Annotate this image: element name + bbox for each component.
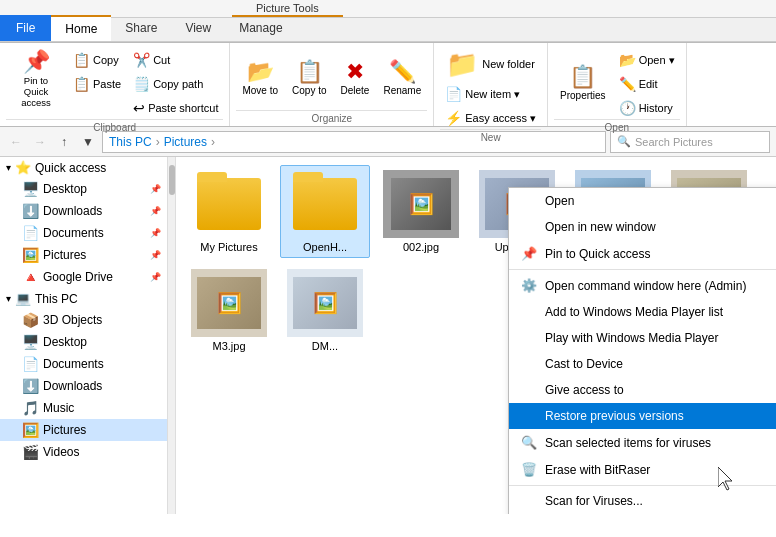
ctx-separator2 bbox=[509, 485, 776, 486]
sidebar-item-3dobjects[interactable]: 📦 3D Objects bbox=[0, 309, 167, 331]
ctx-cmd-admin[interactable]: ⚙️ Open command window here (Admin) bbox=[509, 272, 776, 299]
quickaccess-chevron: ▾ bbox=[6, 162, 11, 173]
sidebar-item-downloads-pc[interactable]: ⬇️ Downloads bbox=[0, 375, 167, 397]
sidebar-label: Desktop bbox=[43, 335, 87, 349]
paste-icon: 📋 bbox=[73, 76, 90, 92]
sidebar-item-videos[interactable]: 🎬 Videos bbox=[0, 441, 167, 463]
easy-access-label: Easy access ▾ bbox=[465, 112, 536, 125]
ctx-scan-label: Scan selected items for viruses bbox=[545, 436, 711, 450]
file-item-002[interactable]: 🖼️ 002.jpg bbox=[376, 165, 466, 258]
file-item-m3[interactable]: 🖼️ M3.jpg bbox=[184, 264, 274, 357]
ctx-open-new-label: Open in new window bbox=[545, 220, 656, 234]
edit-button[interactable]: ✏️ Edit bbox=[614, 73, 680, 95]
breadcrumb-pictures[interactable]: Pictures bbox=[164, 135, 207, 149]
pin-label: Pin to Quick access bbox=[12, 75, 60, 108]
sidebar-item-music[interactable]: 🎵 Music bbox=[0, 397, 167, 419]
ctx-scan-for-viruses[interactable]: Scan for Viruses... bbox=[509, 488, 776, 514]
sidebar-item-pictures-pc[interactable]: 🖼️ Pictures bbox=[0, 419, 167, 441]
paste-label: Paste bbox=[93, 78, 121, 90]
pin-quick-access-button[interactable]: 📌 Pin to Quick access bbox=[6, 47, 66, 112]
sidebar-item-documents-qa[interactable]: 📄 Documents 📌 bbox=[0, 222, 167, 244]
copy-to-label: Copy to bbox=[292, 85, 326, 96]
sidebar-label: Documents bbox=[43, 357, 104, 371]
sidebar-thispc-header[interactable]: ▾ 💻 This PC bbox=[0, 288, 167, 309]
music-icon: 🎵 bbox=[22, 400, 39, 416]
ctx-scan-icon: 🔍 bbox=[521, 435, 537, 450]
sidebar-item-desktop-pc[interactable]: 🖥️ Desktop bbox=[0, 331, 167, 353]
sidebar-quickaccess-header[interactable]: ▾ ⭐ Quick access bbox=[0, 157, 167, 178]
copy-button[interactable]: 📋 Copy bbox=[68, 49, 126, 71]
tab-manage[interactable]: Manage bbox=[225, 15, 296, 41]
rename-icon: ✏️ bbox=[389, 61, 416, 83]
paste-shortcut-icon: ↩ bbox=[133, 100, 145, 116]
file-item-mypictures[interactable]: My Pictures bbox=[184, 165, 274, 258]
properties-button[interactable]: 📋 Properties bbox=[554, 62, 612, 105]
cut-icon: ✂️ bbox=[133, 52, 150, 68]
edit-icon: ✏️ bbox=[619, 76, 636, 92]
sidebar-item-googledrive-qa[interactable]: 🔺 Google Drive 📌 bbox=[0, 266, 167, 288]
copy-to-button[interactable]: 📋 Copy to bbox=[286, 57, 332, 100]
ctx-cast-label: Cast to Device bbox=[545, 357, 623, 371]
tab-view[interactable]: View bbox=[171, 15, 225, 41]
copy-path-button[interactable]: 🗒️ Copy path bbox=[128, 73, 223, 95]
ctx-play-media-player[interactable]: Play with Windows Media Player bbox=[509, 325, 776, 351]
rename-label: Rename bbox=[383, 85, 421, 96]
ctx-pin-quick[interactable]: 📌 Pin to Quick access bbox=[509, 240, 776, 267]
ctx-erase-bitraser[interactable]: 🗑️ Erase with BitRaser bbox=[509, 456, 776, 483]
move-to-button[interactable]: 📂 Move to bbox=[236, 57, 284, 100]
ctx-give-access[interactable]: Give access to ► bbox=[509, 377, 776, 403]
new-folder-button[interactable]: 📁 New folder bbox=[440, 47, 541, 81]
paste-shortcut-button[interactable]: ↩ Paste shortcut bbox=[128, 97, 223, 119]
sidebar-label: Google Drive bbox=[43, 270, 113, 284]
copy-icon: 📋 bbox=[73, 52, 90, 68]
move-to-label: Move to bbox=[242, 85, 278, 96]
rename-button[interactable]: ✏️ Rename bbox=[377, 57, 427, 100]
pin-indicator: 📌 bbox=[150, 250, 161, 260]
cut-button[interactable]: ✂️ Cut bbox=[128, 49, 223, 71]
copy-path-label: Copy path bbox=[153, 78, 203, 90]
copy-label: Copy bbox=[93, 54, 119, 66]
easy-access-icon: ⚡ bbox=[445, 110, 462, 126]
copy-to-icon: 📋 bbox=[296, 61, 323, 83]
easy-access-button[interactable]: ⚡ Easy access ▾ bbox=[440, 107, 541, 129]
thispc-chevron: ▾ bbox=[6, 293, 11, 304]
ctx-add-media-player[interactable]: Add to Windows Media Player list bbox=[509, 299, 776, 325]
new-folder-icon: 📁 bbox=[446, 51, 478, 77]
ctx-restore-versions[interactable]: Restore previous versions bbox=[509, 403, 776, 429]
ctx-open-new-window[interactable]: Open in new window bbox=[509, 214, 776, 240]
open-label: Open ▾ bbox=[639, 54, 675, 67]
open-button[interactable]: 📂 Open ▾ bbox=[614, 49, 680, 71]
sidebar-label: Desktop bbox=[43, 182, 87, 196]
edit-label: Edit bbox=[639, 78, 658, 90]
file-item-openh[interactable]: OpenH... bbox=[280, 165, 370, 258]
ctx-separator1 bbox=[509, 269, 776, 270]
videos-icon: 🎬 bbox=[22, 444, 39, 460]
downloads-pc-icon: ⬇️ bbox=[22, 378, 39, 394]
new-item-icon: 📄 bbox=[445, 86, 462, 102]
ctx-open[interactable]: Open bbox=[509, 188, 776, 214]
paste-button[interactable]: 📋 Paste bbox=[68, 73, 126, 95]
new-item-button[interactable]: 📄 New item ▾ bbox=[440, 83, 525, 105]
sidebar-item-desktop-qa[interactable]: 🖥️ Desktop 📌 bbox=[0, 178, 167, 200]
ctx-scan2-label: Scan for Viruses... bbox=[545, 494, 643, 508]
sidebar-item-downloads-qa[interactable]: ⬇️ Downloads 📌 bbox=[0, 200, 167, 222]
ctx-cmd-label: Open command window here (Admin) bbox=[545, 279, 746, 293]
sidebar-item-pictures-qa[interactable]: 🖼️ Pictures 📌 bbox=[0, 244, 167, 266]
ctx-erase-icon: 🗑️ bbox=[521, 462, 537, 477]
history-button[interactable]: 🕐 History bbox=[614, 97, 680, 119]
sidebar-item-documents-pc[interactable]: 📄 Documents bbox=[0, 353, 167, 375]
search-icon: 🔍 bbox=[617, 135, 631, 148]
tab-share[interactable]: Share bbox=[111, 15, 171, 41]
pin-icon: 📌 bbox=[23, 51, 50, 73]
sidebar-label: Downloads bbox=[43, 204, 102, 218]
breadcrumb-thispc[interactable]: This PC bbox=[109, 135, 152, 149]
tab-home[interactable]: Home bbox=[51, 15, 111, 41]
tab-file[interactable]: File bbox=[0, 15, 51, 41]
file-item-dm[interactable]: 🖼️ DM... bbox=[280, 264, 370, 357]
ctx-scan-viruses[interactable]: 🔍 Scan selected items for viruses bbox=[509, 429, 776, 456]
ctx-cast-to-device[interactable]: Cast to Device ► bbox=[509, 351, 776, 377]
ctx-add-media-label: Add to Windows Media Player list bbox=[545, 305, 723, 319]
delete-button[interactable]: ✖ Delete bbox=[335, 57, 376, 100]
pictures-pc-icon: 🖼️ bbox=[22, 422, 39, 438]
history-icon: 🕐 bbox=[619, 100, 636, 116]
